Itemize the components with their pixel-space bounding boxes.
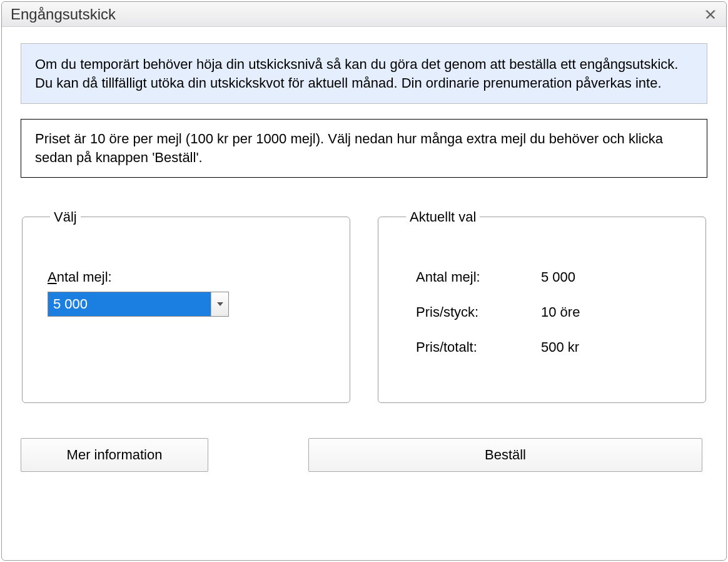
- current-selection-table: Antal mejl: 5 000 Pris/styck: 10 öre Pri…: [416, 269, 680, 355]
- quantity-combobox[interactable]: 5 000: [48, 292, 229, 317]
- total-price-value: 500 kr: [541, 339, 680, 355]
- price-instructions: Priset är 10 öre per mejl (100 kr per 10…: [21, 119, 707, 177]
- unit-price-label: Pris/styck:: [416, 304, 541, 320]
- select-panel: Välj Antal mejl: 5 000: [22, 209, 350, 403]
- total-price-label: Pris/totalt:: [416, 339, 541, 355]
- qty-label: Antal mejl:: [416, 269, 541, 285]
- chevron-down-icon[interactable]: [211, 292, 228, 316]
- dialog-content: Om du temporärt behöver höja din utskick…: [2, 27, 726, 560]
- quantity-label-rest: ntal mejl:: [57, 269, 112, 285]
- current-selection-legend: Aktuellt val: [406, 209, 480, 225]
- current-selection-panel: Aktuellt val Antal mejl: 5 000 Pris/styc…: [378, 209, 706, 403]
- quantity-label-accel: A: [48, 269, 57, 285]
- more-info-button[interactable]: Mer information: [21, 438, 208, 472]
- close-icon[interactable]: [704, 8, 717, 21]
- info-banner: Om du temporärt behöver höja din utskick…: [21, 43, 707, 104]
- order-button[interactable]: Beställ: [308, 438, 702, 472]
- button-row: Mer information Beställ: [21, 438, 707, 472]
- qty-value: 5 000: [541, 269, 680, 285]
- quantity-combobox-value[interactable]: 5 000: [48, 292, 211, 316]
- unit-price-value: 10 öre: [541, 304, 680, 320]
- quantity-label: Antal mejl:: [48, 269, 112, 285]
- titlebar: Engångsutskick: [2, 2, 726, 27]
- dialog-window: Engångsutskick Om du temporärt behöver h…: [1, 1, 727, 561]
- window-title: Engångsutskick: [11, 6, 704, 23]
- select-panel-legend: Välj: [50, 209, 81, 225]
- panels-row: Välj Antal mejl: 5 000 Aktuellt val Anta…: [21, 209, 707, 403]
